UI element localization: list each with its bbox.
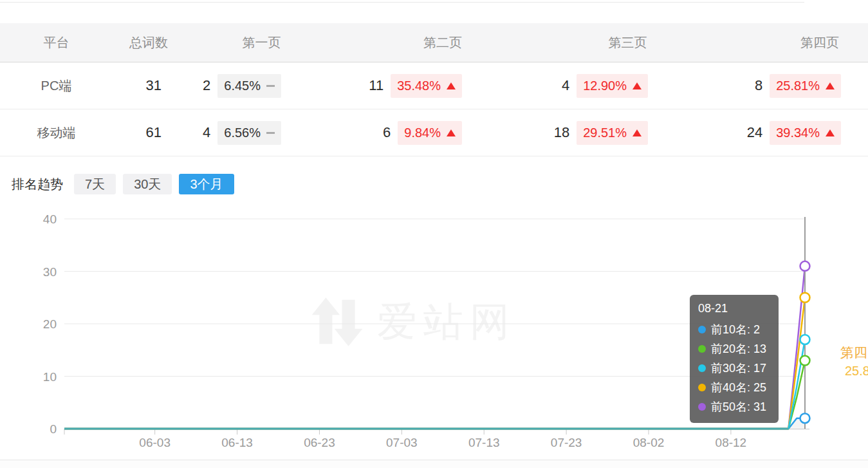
page3-change-chip: 12.90% <box>577 74 648 98</box>
tab-3months[interactable]: 3个月 <box>179 174 234 194</box>
page4-percent: 25.81% <box>776 79 820 93</box>
page4-change-chip: 25.81% <box>770 74 841 98</box>
page3-percent: 12.90% <box>583 79 627 93</box>
table-row: 移动端 61 4 6.56% 6 9.84% 18 29.51% <box>0 109 868 156</box>
data-point-marker <box>800 293 810 303</box>
page3-cell: 4 12.90% <box>533 62 723 109</box>
table-row: PC端 31 2 6.45% 11 35.48% 4 12.90% <box>0 62 868 109</box>
tooltip-item: 前20名: 13 <box>698 339 779 359</box>
page1-percent: 6.45% <box>224 79 261 93</box>
page1-change-chip: 6.45% <box>217 74 281 98</box>
aizhan-logo-icon <box>308 288 367 355</box>
page3-percent: 29.51% <box>583 126 627 140</box>
table-header-row: 平台 总词数 第一页 第二页 第三页 第四页 <box>0 23 868 62</box>
series-dot-icon <box>698 326 706 333</box>
page1-percent: 6.56% <box>224 126 261 140</box>
x-axis-label: 06-13 <box>221 436 253 449</box>
page2-count: 6 <box>383 124 391 141</box>
page4-series-label-text: 第四 <box>840 343 868 362</box>
col-header-total-words: 总词数 <box>113 23 171 62</box>
y-axis-label: 30 <box>43 265 57 279</box>
x-axis-label: 07-23 <box>551 436 582 449</box>
series-dot-icon <box>698 364 706 372</box>
bottom-divider <box>0 460 868 468</box>
page2-percent: 9.84% <box>404 126 441 140</box>
page2-percent: 35.48% <box>397 79 441 93</box>
x-axis-label: 06-23 <box>304 436 335 449</box>
x-axis-label: 08-02 <box>633 436 665 449</box>
col-header-page2: 第二页 <box>353 23 533 62</box>
page4-cell: 24 39.34% <box>723 109 868 156</box>
watermark-text: 爱站网 <box>377 295 516 349</box>
page3-count: 4 <box>562 77 569 94</box>
ranking-table: 平台 总词数 第一页 第二页 第三页 第四页 PC端 31 2 6.45% 11… <box>0 23 868 156</box>
tooltip-item-text: 前50名: 31 <box>711 399 766 415</box>
tooltip-item: 前30名: 17 <box>698 359 779 378</box>
up-triangle-icon <box>447 82 456 89</box>
x-axis-label: 06-03 <box>139 436 171 449</box>
tooltip: 08-21 前10名: 2前20名: 13前30名: 17前40名: 25前50… <box>690 295 779 423</box>
col-header-page4: 第四页 <box>723 23 868 62</box>
page3-count: 18 <box>554 124 569 141</box>
x-axis-label: 08-12 <box>716 436 747 449</box>
page1-change-chip: 6.56% <box>217 121 281 145</box>
top-divider <box>0 2 804 3</box>
up-triangle-icon <box>826 129 835 136</box>
up-triangle-icon <box>633 129 642 136</box>
page2-change-chip: 9.84% <box>398 121 462 145</box>
tooltip-date: 08-21 <box>698 302 779 315</box>
page3-change-chip: 29.51% <box>577 121 648 145</box>
x-axis-label: 07-03 <box>386 436 418 449</box>
series-dot-icon <box>698 384 706 391</box>
page1-count: 2 <box>203 77 210 94</box>
page4-cell: 8 25.81% <box>723 62 868 109</box>
page2-cell: 11 35.48% <box>353 62 533 109</box>
up-triangle-icon <box>447 129 456 136</box>
page4-series-label-percent: 25.8 <box>840 362 868 380</box>
up-triangle-icon <box>826 82 835 89</box>
tooltip-item: 前40名: 25 <box>698 378 779 397</box>
x-axis-label: 07-13 <box>468 436 500 449</box>
tab-7days[interactable]: 7天 <box>74 174 116 194</box>
col-header-page1: 第一页 <box>171 23 353 62</box>
total-words-value: 61 <box>113 109 171 156</box>
page2-count: 11 <box>369 77 383 94</box>
data-point-marker <box>800 335 810 344</box>
page4-change-chip: 39.34% <box>770 121 841 145</box>
trend-section-header: 排名趋势 7天 30天 3个月 <box>12 174 868 194</box>
page4-count: 8 <box>755 77 762 94</box>
page4-percent: 39.34% <box>776 126 820 140</box>
page4-count: 24 <box>747 124 762 141</box>
y-axis-label: 10 <box>43 370 57 384</box>
top-spacer <box>0 0 868 23</box>
tooltip-item-text: 前10名: 2 <box>711 322 760 337</box>
tab-30days[interactable]: 30天 <box>123 174 172 194</box>
page2-cell: 6 9.84% <box>353 109 533 156</box>
trend-section-title: 排名趋势 <box>12 176 63 193</box>
page4-series-label: 第四 25.8 <box>840 343 868 380</box>
y-axis-label: 0 <box>50 422 57 436</box>
total-words-value: 31 <box>113 62 171 109</box>
platform-label: PC端 <box>0 62 113 109</box>
tooltip-item-text: 前40名: 25 <box>711 380 766 395</box>
y-axis-label: 40 <box>43 212 57 226</box>
tooltip-item-text: 前20名: 13 <box>711 341 766 357</box>
data-point-marker <box>800 261 810 271</box>
page1-cell: 2 6.45% <box>171 62 353 109</box>
watermark: 爱站网 <box>308 288 516 355</box>
flat-dash-icon <box>266 132 275 134</box>
series-dot-icon <box>698 345 706 353</box>
tooltip-item-text: 前30名: 17 <box>711 360 766 376</box>
y-axis-label: 20 <box>43 317 57 331</box>
page2-change-chip: 35.48% <box>391 74 462 98</box>
series-dot-icon <box>698 403 706 411</box>
page1-cell: 4 6.56% <box>171 109 353 156</box>
data-point-marker <box>800 356 810 366</box>
page1-count: 4 <box>203 124 210 141</box>
page3-cell: 18 29.51% <box>533 109 723 156</box>
up-triangle-icon <box>633 82 642 89</box>
flat-dash-icon <box>266 85 275 87</box>
col-header-platform: 平台 <box>0 23 113 62</box>
tooltip-item: 前50名: 31 <box>698 397 779 417</box>
platform-label: 移动端 <box>0 109 113 156</box>
